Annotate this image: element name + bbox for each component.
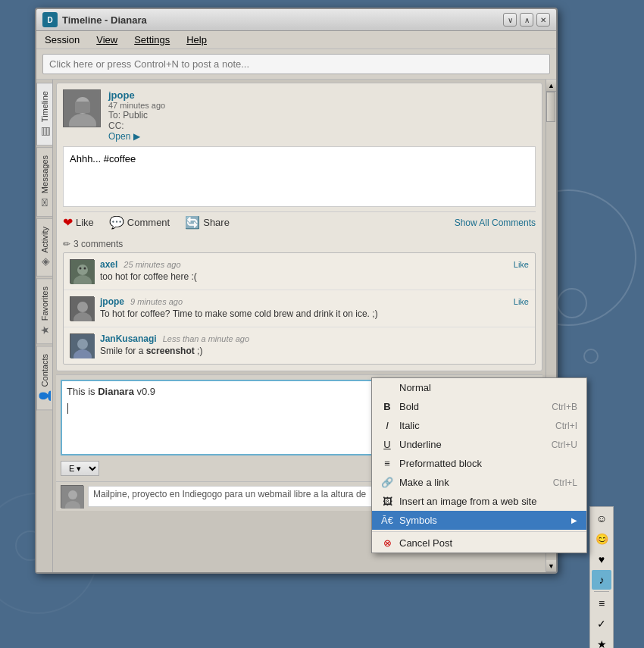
svg-point-7: [80, 268, 82, 270]
menu-view[interactable]: View: [94, 33, 120, 46]
show-all-comments[interactable]: Show All Comments: [455, 218, 536, 228]
comment-author-axel[interactable]: axel: [100, 259, 117, 270]
submenu-arrow-icon: ▶: [571, 516, 577, 524]
format-select[interactable]: E ▾: [61, 461, 99, 476]
image-icon: 🖼: [381, 496, 393, 507]
comment-count: ✏ 3 comments: [63, 236, 536, 252]
comment-like-axel[interactable]: Like: [514, 260, 529, 269]
close-button[interactable]: ✕: [536, 13, 550, 27]
note-input-bar: [36, 49, 556, 80]
comment-item: jpope 9 minutes ago Like To hot for coff…: [64, 290, 535, 327]
emoji-heart[interactable]: ♥: [592, 549, 611, 569]
app-icon: D: [42, 12, 58, 27]
sidebar-tab-messages[interactable]: ✉ Messages: [36, 147, 52, 217]
ctx-item-normal[interactable]: Normal: [372, 378, 586, 397]
comment-body-jan: JanKusanagi Less than a minute ago Smile…: [100, 333, 529, 358]
emoji-panel: ☺ 😊 ♥ ♪ ≡ ✓ ★: [589, 506, 614, 648]
like-icon: ❤: [63, 215, 73, 230]
comment-text-jpope: To hot for coffee? Time to make some col…: [100, 308, 529, 319]
comment-author-jpope[interactable]: jpope: [100, 296, 124, 307]
ctx-item-link[interactable]: 🔗 Make a link Ctrl+L: [372, 473, 586, 492]
emoji-check[interactable]: ✓: [592, 614, 611, 634]
ctx-item-italic[interactable]: I Italic Ctrl+I: [372, 416, 586, 435]
svg-point-5: [77, 265, 88, 275]
window-title: Timeline - Dianara: [62, 14, 147, 26]
comment-icon: 💬: [109, 215, 124, 230]
sidebar-tabs: ▤ Timeline ✉ Messages ◈ Activity ★ Favor…: [36, 80, 53, 572]
svg-point-10: [77, 302, 88, 312]
sidebar-tab-favorites[interactable]: ★ Favorites: [36, 278, 52, 344]
svg-point-16: [68, 490, 77, 499]
comment-text-jan: Smile for a screenshot ;): [100, 346, 529, 356]
comment-header-axel: axel 25 minutes ago Like: [100, 259, 529, 270]
emoji-smile[interactable]: ☺: [592, 509, 611, 528]
post-cc: CC:: [108, 121, 536, 131]
italic-shortcut: Ctrl+I: [555, 421, 577, 431]
ctx-item-symbols[interactable]: Ā€ Symbols ▶: [372, 511, 586, 530]
bold-shortcut: Ctrl+B: [552, 402, 577, 412]
scroll-down-arrow[interactable]: ▼: [546, 560, 556, 572]
scroll-thumb[interactable]: [546, 92, 555, 122]
comment-body-axel: axel 25 minutes ago Like too hot for cof…: [100, 259, 529, 283]
ctx-item-preformatted[interactable]: ≡ Preformatted block: [372, 454, 586, 473]
comment-like-jpope[interactable]: Like: [514, 297, 529, 306]
underline-icon: U: [381, 439, 393, 450]
scroll-up-arrow[interactable]: ▲: [546, 80, 556, 92]
comment-time-axel: 25 minutes ago: [123, 260, 180, 269]
text-cursor: [67, 403, 68, 414]
post-author[interactable]: jpope: [108, 89, 536, 101]
comment-item: axel 25 minutes ago Like too hot for cof…: [64, 253, 535, 290]
svg-point-8: [84, 268, 86, 270]
note-input[interactable]: [42, 54, 550, 74]
minimize-button[interactable]: ∨: [503, 13, 517, 27]
post-to: To: Public: [108, 110, 536, 121]
emoji-grin[interactable]: 😊: [592, 529, 611, 549]
ctx-item-image[interactable]: 🖼 Insert an image from a web site: [372, 492, 586, 511]
post-card: jpope 47 minutes ago To: Public CC: Open…: [56, 83, 542, 371]
emoji-divider: [594, 591, 609, 592]
comment-time-jan: Less than a minute ago: [163, 334, 249, 343]
link-icon: 🔗: [381, 477, 393, 488]
ctx-item-cancel-post[interactable]: ⊗ Cancel Post: [372, 534, 586, 553]
comment-avatar-jan: [70, 333, 94, 358]
symbols-icon: Ā€: [381, 515, 393, 526]
sidebar-tab-timeline[interactable]: ▤ Timeline: [36, 83, 52, 146]
comment-body-jpope: jpope 9 minutes ago Like To hot for coff…: [100, 296, 529, 321]
comment-avatar-axel: [70, 259, 94, 283]
preformatted-icon: ≡: [381, 458, 393, 469]
post-actions: ❤ Like 💬 Comment 🔄 Share Show All Commen…: [63, 211, 536, 233]
svg-point-13: [77, 339, 88, 349]
share-button[interactable]: 🔄 Share: [185, 215, 230, 230]
link-shortcut: Ctrl+L: [553, 477, 577, 488]
emoji-star[interactable]: ★: [592, 634, 611, 648]
emoji-music[interactable]: ♪: [592, 570, 611, 590]
post-open[interactable]: Open ▶: [108, 131, 536, 142]
context-menu: Normal B Bold Ctrl+B I Italic Ctrl+I U U…: [371, 377, 587, 553]
comment-button[interactable]: 💬 Comment: [109, 215, 170, 230]
maximize-button[interactable]: ∧: [520, 13, 533, 27]
title-bar-left: D Timeline - Dianara: [42, 12, 147, 27]
post-body: Ahhh... #coffee: [63, 146, 536, 207]
comments-section: axel 25 minutes ago Like too hot for cof…: [63, 252, 536, 365]
sidebar-tab-activity[interactable]: ◈ Activity: [36, 218, 52, 277]
post-avatar: [63, 89, 101, 127]
sidebar-tab-contacts[interactable]: 👤 Contacts: [36, 346, 52, 410]
favorites-icon: ★: [39, 325, 51, 335]
pencil-icon: ✏: [63, 239, 70, 249]
like-button[interactable]: ❤ Like: [63, 215, 94, 230]
menu-help[interactable]: Help: [184, 33, 209, 46]
comment-time-jpope: 9 minutes ago: [130, 297, 183, 306]
cancel-post-icon: ⊗: [381, 537, 393, 549]
post-header: jpope 47 minutes ago To: Public CC: Open…: [63, 89, 536, 142]
ctx-item-bold[interactable]: B Bold Ctrl+B: [372, 397, 586, 416]
comment-author-jan[interactable]: JanKusanagi: [100, 333, 157, 344]
menu-settings[interactable]: Settings: [132, 33, 172, 46]
contacts-icon: 👤: [39, 390, 51, 402]
title-bar: D Timeline - Dianara ∨ ∧ ✕: [36, 9, 556, 31]
ctx-item-underline[interactable]: U Underline Ctrl+U: [372, 435, 586, 454]
menu-session[interactable]: Session: [42, 33, 82, 46]
activity-icon: ◈: [39, 258, 51, 267]
menu-bar: Session View Settings Help: [36, 31, 556, 49]
comment-text-axel: too hot for coffee here :(: [100, 271, 529, 282]
emoji-lines[interactable]: ≡: [592, 593, 611, 613]
